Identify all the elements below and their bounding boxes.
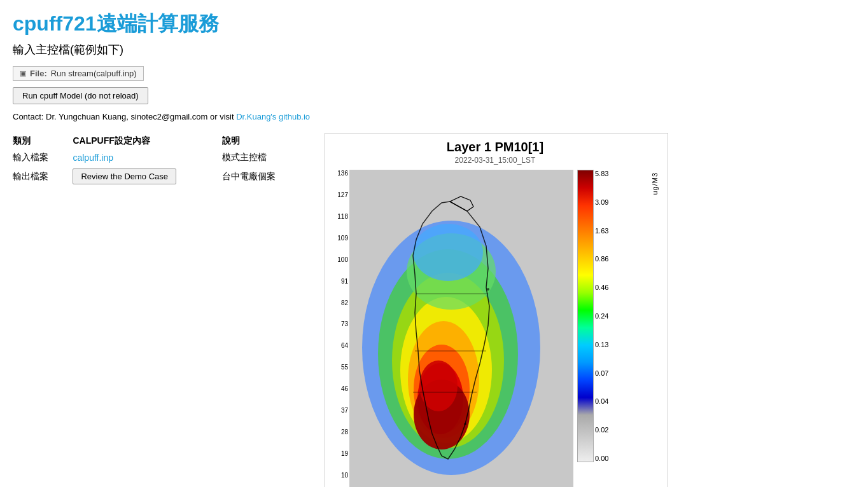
page-subtitle: 輸入主控檔(範例如下) (13, 42, 855, 57)
file-name: Run stream(calpuff.inp) (51, 69, 137, 78)
calpuff-inp-link[interactable]: calpuff.inp (73, 153, 113, 163)
y-axis-label: 10 (332, 472, 348, 479)
chart-subtitle: 2022-03-31_15:00_LST (332, 156, 659, 165)
cell-content[interactable]: Review the Demo Case (73, 166, 221, 187)
colorbar-value: 5.83 (595, 170, 620, 177)
page-title: cpuff721遠端計算服務 (13, 10, 855, 38)
colorbar-gradient (577, 170, 594, 462)
table-row: 輸入檔案calpuff.inp模式主控檔 (13, 149, 305, 166)
y-axis-label: 127 (332, 191, 348, 198)
file-icon: ▣ (20, 69, 26, 78)
col-header-category: 類別 (13, 133, 73, 149)
y-axis-label: 118 (332, 213, 348, 220)
chart-panel: Layer 1 PM10[1] 2022-03-31_15:00_LST 136… (325, 133, 668, 487)
y-axis-label: 100 (332, 256, 348, 263)
file-label: File: (30, 69, 47, 78)
colorbar-value: 0.24 (595, 312, 620, 320)
colorbar-value: 0.02 (595, 426, 620, 434)
svg-point-15 (487, 288, 489, 291)
y-axis-label: 136 (332, 170, 348, 177)
colorbar: 5.833.091.630.860.460.240.130.070.040.02… (577, 170, 659, 487)
y-axis-labels: 136127118109100918273645546372819101 (332, 170, 349, 487)
colorbar-value: 3.09 (595, 198, 620, 206)
svg-point-11 (413, 224, 483, 281)
col-header-content: CALPUFF設定內容 (73, 133, 221, 149)
colorbar-value: 0.07 (595, 369, 620, 377)
colorbar-value: 0.86 (595, 255, 620, 263)
review-demo-button[interactable]: Review the Demo Case (73, 168, 176, 184)
github-link[interactable]: Dr.Kuang's github.io (236, 112, 310, 121)
chart-map-area: 136127118109100918273645546372819101 (332, 170, 573, 487)
colorbar-value: 0.13 (595, 341, 620, 348)
y-axis-label: 28 (332, 429, 348, 436)
map-container (349, 170, 573, 487)
y-axis-label: 19 (332, 450, 348, 457)
col-header-description: 說明 (222, 133, 305, 149)
cell-description: 台中電廠個案 (222, 166, 305, 187)
cell-category: 輸入檔案 (13, 149, 73, 166)
map-svg (349, 170, 573, 487)
svg-point-16 (464, 423, 466, 425)
chart-title: Layer 1 PM10[1] (332, 140, 659, 154)
y-axis-label: 64 (332, 342, 348, 349)
colorbar-value: 1.63 (595, 227, 620, 235)
colorbar-value: 0.04 (595, 397, 620, 405)
y-axis-label: 37 (332, 407, 348, 414)
run-cpuff-button[interactable]: Run cpuff Model (do not reload) (13, 87, 148, 104)
colorbar-labels: 5.833.091.630.860.460.240.130.070.040.02… (595, 170, 620, 462)
colorbar-value: 0.46 (595, 284, 620, 291)
y-axis-label: 109 (332, 235, 348, 242)
y-axis-label: 73 (332, 320, 348, 327)
colorbar-unit: ug/M3 (651, 172, 659, 195)
contact-text: Contact: Dr. Yungchuan Kuang, sinotec2@g… (13, 112, 234, 121)
cell-content[interactable]: calpuff.inp (73, 149, 221, 166)
y-axis-label: 91 (332, 278, 348, 285)
colorbar-value: 0.00 (595, 455, 620, 462)
cell-description: 模式主控檔 (222, 149, 305, 166)
y-axis-label: 46 (332, 385, 348, 392)
y-axis-label: 55 (332, 364, 348, 371)
cell-category: 輸出檔案 (13, 166, 73, 187)
y-axis-label: 82 (332, 299, 348, 306)
table-row: 輸出檔案Review the Demo Case台中電廠個案 (13, 166, 305, 187)
